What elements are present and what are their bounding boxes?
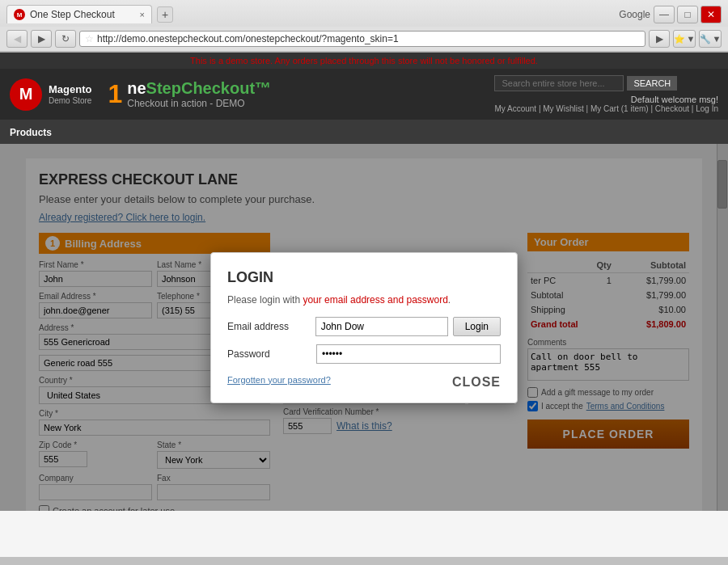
demo-banner: This is a demo store. Any orders placed … bbox=[0, 53, 728, 69]
logo-sub: Demo Store bbox=[49, 96, 91, 105]
new-tab-button[interactable]: + bbox=[157, 6, 173, 23]
browser-toolbar: ◀ ▶ ↻ ☆ http://demo.onestepcheckout.com/… bbox=[0, 27, 728, 52]
search-bar: SEARCH bbox=[494, 75, 718, 91]
window-close-button[interactable]: ✕ bbox=[700, 6, 722, 23]
modal-overlay: LOGIN Please login with your email addre… bbox=[0, 144, 728, 511]
star-icon[interactable]: ☆ bbox=[85, 33, 94, 44]
window-minimize-button[interactable]: — bbox=[654, 6, 675, 23]
main-area: EXPRESS CHECKOUT LANE Please enter your … bbox=[0, 144, 728, 511]
refresh-button[interactable]: ↻ bbox=[55, 30, 76, 48]
browser-chrome: M One Step Checkout × + Google — □ ✕ ◀ ▶… bbox=[0, 0, 728, 53]
forgot-password-link[interactable]: Forgotten your password? bbox=[227, 375, 331, 385]
back-button[interactable]: ◀ bbox=[6, 30, 28, 48]
modal-title: LOGIN bbox=[227, 269, 501, 286]
tab-favicon: M bbox=[14, 9, 25, 20]
search-button[interactable]: SEARCH bbox=[627, 76, 677, 91]
modal-email-input[interactable] bbox=[315, 317, 448, 336]
tab-close-icon[interactable]: × bbox=[140, 10, 145, 19]
header-links: My Account | My Wishlist | My Cart (1 it… bbox=[494, 104, 718, 113]
nav-bar: Products bbox=[0, 120, 728, 144]
search-input[interactable] bbox=[494, 75, 624, 91]
nav-products[interactable]: Products bbox=[10, 127, 52, 138]
menu-button[interactable]: 🔧 ▼ bbox=[699, 30, 722, 48]
bookmark-button[interactable]: ⭐ ▼ bbox=[673, 30, 696, 48]
browser-titlebar: M One Step Checkout × + Google — □ ✕ bbox=[0, 0, 728, 27]
login-dialog: LOGIN Please login with your email addre… bbox=[210, 252, 518, 403]
modal-subtitle: Please login with your email address and… bbox=[227, 294, 501, 306]
modal-password-label: Password bbox=[227, 348, 316, 360]
go-button[interactable]: ▶ bbox=[649, 30, 670, 48]
password-form-row: Password bbox=[227, 344, 501, 364]
url-text: http://demo.onestepcheckout.com/onestepc… bbox=[97, 33, 640, 44]
step-number: 1 bbox=[108, 79, 122, 109]
window-maximize-button[interactable]: □ bbox=[677, 6, 698, 23]
checkout-title-step: ne bbox=[127, 79, 146, 98]
checkout-title-checkout: Checkout™ bbox=[181, 79, 271, 98]
logo-name: Magento bbox=[49, 83, 91, 97]
page-content: This is a demo store. Any orders placed … bbox=[0, 53, 728, 557]
modal-close-button[interactable]: CLOSE bbox=[452, 375, 501, 390]
logo-area: M Magento Demo Store bbox=[10, 78, 91, 111]
checkout-subtitle: Checkout in action - DEMO bbox=[127, 98, 271, 109]
browser-tab[interactable]: M One Step Checkout × bbox=[6, 5, 152, 23]
wrench-icon: 🔧 bbox=[700, 34, 711, 44]
modal-email-label: Email address bbox=[227, 321, 315, 332]
welcome-text: Default welcome msg! bbox=[494, 95, 718, 104]
address-bar[interactable]: ☆ http://demo.onestepcheckout.com/oneste… bbox=[79, 31, 645, 47]
forward-button[interactable]: ▶ bbox=[31, 30, 52, 48]
magento-logo: M bbox=[10, 78, 42, 111]
bookmark-icon: ⭐ bbox=[674, 34, 685, 44]
google-text: Google bbox=[619, 9, 650, 20]
header-main: M Magento Demo Store 1 ne Step Checkout™ bbox=[0, 69, 728, 120]
store-header: This is a demo store. Any orders placed … bbox=[0, 53, 728, 144]
login-button[interactable]: Login bbox=[453, 317, 501, 336]
checkout-title-step2: Step bbox=[146, 79, 181, 98]
email-form-row: Email address Login bbox=[227, 317, 501, 336]
checkout-title: 1 ne Step Checkout™ Checkout in action -… bbox=[108, 79, 271, 109]
modal-password-input[interactable] bbox=[316, 344, 501, 364]
tab-title: One Step Checkout bbox=[30, 9, 115, 20]
header-right: SEARCH Default welcome msg! My Account |… bbox=[494, 75, 718, 113]
